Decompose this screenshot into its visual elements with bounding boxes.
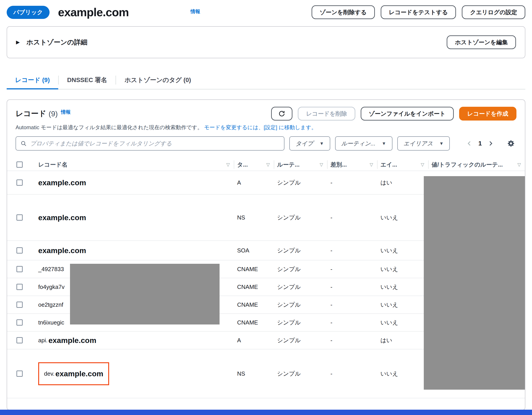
records-info-link[interactable]: 情報 (61, 109, 71, 115)
record-differentiator-cell: - (327, 214, 377, 221)
zone-actions: ゾーンを削除する レコードをテストする クエリログの設定 (312, 5, 525, 19)
record-differentiator-cell: - (327, 370, 377, 377)
expand-arrow-icon[interactable]: ▶ (16, 39, 20, 45)
column-header-value[interactable]: 値/トラフィックのルーテ... ▽ (428, 158, 525, 171)
table-settings-button[interactable] (506, 138, 516, 149)
record-routing-cell: シンプル (274, 319, 327, 326)
record-type-cell: A (234, 179, 274, 186)
record-type-cell: CNAME (234, 284, 274, 290)
record-differentiator-cell: - (327, 179, 377, 186)
row-checkbox[interactable] (17, 319, 23, 326)
settings-link[interactable]: モードを変更するには、[設定] に移動します。 (204, 124, 317, 130)
column-header-record-name[interactable]: レコード名 ▽ (29, 158, 234, 171)
search-mode-description: Automatic モードは最適なフィルタ結果に最適化された現在の検索動作です。… (16, 124, 516, 131)
row-checkbox[interactable] (17, 247, 23, 254)
test-record-button[interactable]: レコードをテストする (381, 5, 456, 19)
record-type-cell: NS (234, 370, 274, 377)
column-header-type[interactable]: タ... ▽ (234, 158, 274, 171)
edit-hosted-zone-button[interactable]: ホストゾーンを編集 (447, 35, 516, 49)
sort-caret-icon[interactable]: ▽ (421, 162, 424, 167)
records-header: レコード (9) 情報 レコードを削除 ゾーンファイルをインポート レコードを作… (16, 107, 516, 121)
alias-filter-label: エイリアス (404, 140, 433, 148)
sort-caret-icon[interactable]: ▽ (320, 162, 323, 167)
highlight-annotation: dev. example.com (38, 362, 109, 385)
row-checkbox[interactable] (17, 266, 23, 272)
hosted-zone-details-panel: ▶ ホストゾーンの詳細 ホストゾーンを編集 (7, 26, 525, 58)
create-record-button[interactable]: レコードを作成 (459, 107, 516, 120)
column-header-alias[interactable]: エイ... ▽ (377, 158, 428, 171)
search-input[interactable] (30, 140, 280, 147)
refresh-icon (278, 110, 285, 117)
chevron-down-icon: ▼ (382, 141, 386, 146)
page-header: パブリック example.com 情報 ゾーンを削除する レコードをテストする… (0, 0, 532, 24)
filter-row: タイプ ▼ ルーティン... ▼ エイリアス ▼ 1 (16, 136, 516, 150)
column-header-differentiator[interactable]: 差別... ▽ (327, 158, 377, 171)
delete-record-button[interactable]: レコードを削除 (298, 107, 355, 120)
record-type-cell: CNAME (234, 266, 274, 273)
record-name-cell: example.com (29, 246, 234, 255)
refresh-button[interactable] (271, 107, 293, 120)
records-count: (9) (48, 109, 58, 118)
type-filter-label: タイプ (295, 140, 313, 148)
sort-caret-icon[interactable]: ▽ (227, 162, 230, 167)
record-name-cell: example.com (29, 178, 234, 187)
zone-title: example.com (58, 6, 129, 19)
record-type-cell: CNAME (234, 301, 274, 308)
row-checkbox[interactable] (17, 284, 23, 290)
record-names-redaction (70, 264, 219, 325)
query-logging-button[interactable]: クエリログの設定 (462, 5, 525, 19)
row-checkbox[interactable] (17, 371, 23, 377)
previous-page-button[interactable] (464, 138, 475, 149)
tab-dnssec[interactable]: DNSSEC 署名 (59, 71, 115, 89)
sort-caret-icon[interactable]: ▽ (518, 162, 521, 167)
details-title: ホストゾーンの詳細 (27, 38, 87, 47)
record-differentiator-cell: - (327, 266, 377, 273)
sort-caret-icon[interactable]: ▽ (370, 162, 373, 167)
record-differentiator-cell: - (327, 284, 377, 290)
record-name-cell: api. example.com (29, 336, 234, 345)
next-page-button[interactable] (485, 138, 496, 149)
record-search-box (16, 136, 285, 150)
tab-records[interactable]: レコード (9) (7, 71, 58, 89)
details-header[interactable]: ▶ ホストゾーンの詳細 (16, 38, 87, 47)
current-page-number[interactable]: 1 (475, 140, 485, 147)
chevron-down-icon: ▼ (320, 141, 324, 146)
record-type-cell: A (234, 337, 274, 344)
row-checkbox[interactable] (17, 179, 23, 186)
alias-filter-dropdown[interactable]: エイリアス ▼ (397, 136, 450, 150)
record-alias-cell: いいえ (377, 301, 428, 309)
record-type-cell: NS (234, 214, 274, 221)
column-header-routing[interactable]: ルーテ... ▽ (274, 158, 327, 171)
row-checkbox[interactable] (17, 337, 23, 343)
chevron-down-icon: ▼ (439, 141, 444, 146)
records-panel: レコード (9) 情報 レコードを削除 ゾーンファイルをインポート レコードを作… (7, 99, 525, 410)
chevron-right-icon (487, 140, 494, 147)
zone-info-link[interactable]: 情報 (190, 8, 200, 15)
tab-hosted-zone-tags[interactable]: ホストゾーンのタグ (0) (116, 71, 199, 89)
record-alias-cell: はい (377, 336, 428, 344)
search-icon (20, 140, 27, 147)
table-header-row: レコード名 ▽ タ... ▽ ルーテ... ▽ 差別... ▽ エイ... ▽ … (7, 158, 525, 171)
type-filter-dropdown[interactable]: タイプ ▼ (289, 136, 330, 150)
select-all-checkbox[interactable] (17, 161, 23, 168)
row-checkbox[interactable] (17, 214, 23, 221)
record-alias-cell: はい (377, 179, 428, 187)
zone-title-redaction: example.com (55, 2, 190, 22)
delete-zone-button[interactable]: ゾーンを削除する (312, 5, 375, 19)
record-differentiator-cell: - (327, 301, 377, 308)
bottom-bar (0, 410, 532, 415)
zone-type-badge: パブリック (7, 6, 49, 19)
row-checkbox[interactable] (17, 302, 23, 308)
record-type-cell: SOA (234, 247, 274, 254)
routing-filter-label: ルーティン... (341, 140, 376, 148)
routing-filter-dropdown[interactable]: ルーティン... ▼ (335, 136, 392, 150)
record-differentiator-cell: - (327, 337, 377, 344)
record-alias-cell: いいえ (377, 247, 428, 254)
record-routing-cell: シンプル (274, 265, 327, 273)
sort-caret-icon[interactable]: ▽ (266, 162, 270, 167)
record-values-redaction (424, 176, 525, 390)
tab-bar: レコード (9) DNSSEC 署名 ホストゾーンのタグ (0) (7, 71, 525, 89)
record-routing-cell: シンプル (274, 336, 327, 344)
record-differentiator-cell: - (327, 247, 377, 254)
import-zone-file-button[interactable]: ゾーンファイルをインポート (361, 107, 454, 120)
